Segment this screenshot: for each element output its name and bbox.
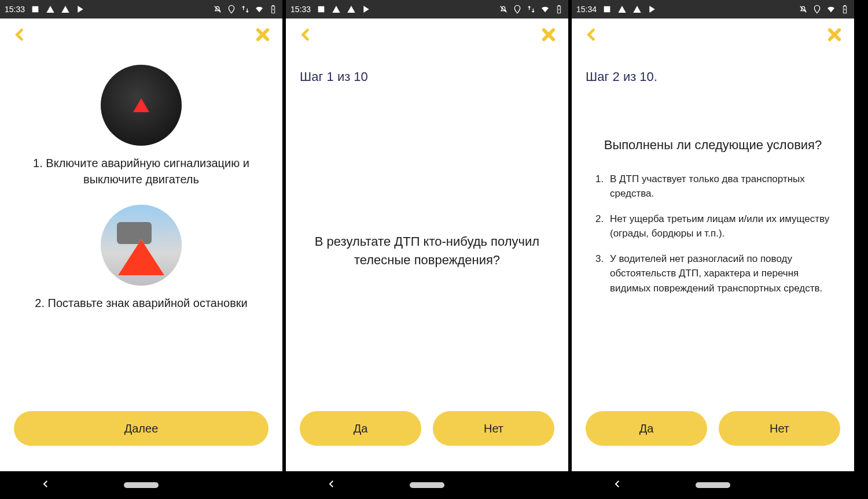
android-nav-bar <box>286 471 568 499</box>
warning-icon <box>617 5 627 14</box>
conditions-title: Выполнены ли следующие условия? <box>586 136 840 154</box>
back-button[interactable] <box>12 27 28 45</box>
warning-icon <box>632 5 642 14</box>
battery-icon <box>269 5 278 14</box>
bell-off-icon <box>799 5 808 14</box>
back-button[interactable] <box>297 27 314 45</box>
android-home-pill[interactable] <box>410 482 444 488</box>
app-header <box>286 19 568 53</box>
no-button[interactable]: Нет <box>719 411 840 446</box>
conditions-area: Выполнены ли следующие условия? В ДТП уч… <box>586 90 840 411</box>
button-row: Да Нет <box>586 411 840 457</box>
phone-screen-2: 15:33 Шаг 1 из 10 В результате ДТП кто-н… <box>286 0 572 499</box>
step-indicator: Шаг 2 из 10. <box>586 69 840 84</box>
phone-screen-1: 15:33 1. Включите аварийную сигнализацию… <box>0 0 286 499</box>
android-home-pill[interactable] <box>696 482 730 488</box>
image-icon <box>602 5 612 14</box>
next-button[interactable]: Далее <box>14 411 269 446</box>
question-text: В результате ДТП кто-нибудь получил теле… <box>300 232 554 269</box>
phone-screen-3: 15:34 Шаг 2 из 10. Выполнены ли следующи… <box>572 0 858 499</box>
android-home-pill[interactable] <box>124 482 159 488</box>
status-bar: 15:33 <box>286 0 568 19</box>
warning-icon <box>332 5 341 14</box>
status-time: 15:34 <box>576 5 597 14</box>
instruction-text-2: 2. Поставьте знак аварийной остановки <box>14 295 269 323</box>
warning-icon <box>46 5 55 14</box>
wifi-icon <box>540 5 550 14</box>
app-header <box>572 19 854 53</box>
instruction-step-1: 1. Включите аварийную сигнализацию и вык… <box>14 65 269 199</box>
yes-button[interactable]: Да <box>300 411 421 446</box>
content: 1. Включите аварийную сигнализацию и вык… <box>0 53 282 471</box>
status-bar: 15:34 <box>572 0 854 19</box>
battery-icon <box>554 5 564 14</box>
close-button[interactable] <box>826 27 843 45</box>
image-icon <box>317 5 326 14</box>
hazard-button-image <box>101 65 182 146</box>
play-icon <box>362 5 371 14</box>
warning-icon <box>61 5 70 14</box>
image-icon <box>31 5 40 14</box>
status-bar: 15:33 <box>0 0 282 19</box>
location-icon <box>812 5 822 14</box>
step-indicator: Шаг 1 из 10 <box>300 69 554 84</box>
content: Шаг 1 из 10 В результате ДТП кто-нибудь … <box>286 53 568 471</box>
question-area: В результате ДТП кто-нибудь получил теле… <box>300 90 554 411</box>
close-button[interactable] <box>255 27 271 45</box>
android-nav-bar <box>0 471 282 499</box>
bell-off-icon <box>213 5 222 14</box>
wifi-icon <box>826 5 836 14</box>
no-button[interactable]: Нет <box>433 411 554 446</box>
warning-icon <box>347 5 356 14</box>
wifi-icon <box>255 5 264 14</box>
button-row: Да Нет <box>300 411 554 457</box>
android-back-button[interactable] <box>41 479 51 491</box>
swap-icon <box>241 5 250 14</box>
play-icon <box>76 5 85 14</box>
status-right <box>799 5 849 14</box>
conditions-list: В ДТП участвует только два транспортных … <box>586 172 840 296</box>
location-icon <box>513 5 522 14</box>
status-left: 15:33 <box>5 5 85 14</box>
condition-item: У водителей нет разногласий по поводу об… <box>606 252 840 296</box>
condition-item: Нет ущерба третьим лицам и/или их имущес… <box>606 212 840 241</box>
battery-icon <box>840 5 849 14</box>
close-button[interactable] <box>540 27 557 45</box>
app-header <box>0 19 282 53</box>
swap-icon <box>527 5 536 14</box>
android-nav-bar <box>572 471 854 499</box>
instruction-step-2: 2. Поставьте знак аварийной остановки <box>14 205 269 323</box>
yes-button[interactable]: Да <box>586 411 707 446</box>
instruction-area: 1. Включите аварийную сигнализацию и вык… <box>14 53 269 411</box>
condition-item: В ДТП участвует только два транспортных … <box>606 172 840 201</box>
android-back-button[interactable] <box>326 479 337 491</box>
instruction-text-1: 1. Включите аварийную сигнализацию и вык… <box>14 155 269 199</box>
status-right <box>499 5 564 14</box>
status-time: 15:33 <box>290 5 311 14</box>
back-button[interactable] <box>583 27 599 45</box>
status-right <box>213 5 278 14</box>
warning-triangle-image <box>101 205 182 286</box>
content: Шаг 2 из 10. Выполнены ли следующие усло… <box>572 53 854 471</box>
bell-off-icon <box>499 5 508 14</box>
status-left: 15:33 <box>290 5 371 14</box>
status-time: 15:33 <box>5 5 25 14</box>
android-back-button[interactable] <box>612 479 623 491</box>
location-icon <box>227 5 236 14</box>
play-icon <box>648 5 657 14</box>
status-left: 15:34 <box>576 5 657 14</box>
button-row: Далее <box>14 411 269 457</box>
